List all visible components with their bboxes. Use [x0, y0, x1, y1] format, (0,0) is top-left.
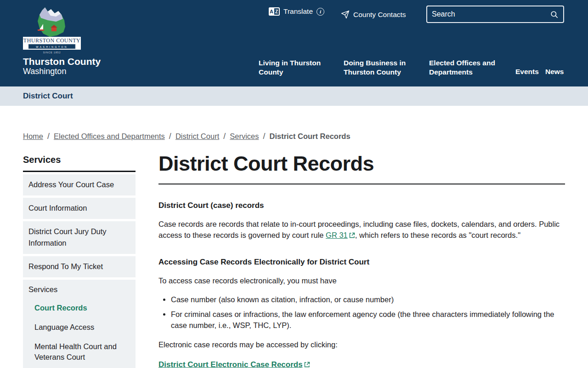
search-box: [426, 6, 564, 23]
breadcrumb-separator: /: [169, 132, 171, 141]
svg-text:THURSTON COUNTY: THURSTON COUNTY: [23, 37, 80, 44]
breadcrumb-home[interactable]: Home: [23, 132, 43, 141]
sidebar-item-services[interactable]: Services: [28, 285, 130, 294]
sidebar-sublist: Court Records Language Access Mental Hea…: [28, 303, 130, 368]
county-contacts-label: County Contacts: [353, 11, 406, 19]
section-heading-accessing: Accessing Case Records Electronically fo…: [158, 258, 565, 267]
section-heading-case-records: District Court (case) records: [158, 201, 565, 210]
department-title[interactable]: District Court: [23, 92, 73, 101]
sidebar-services: Services Address Your Court Case Court I…: [23, 155, 136, 368]
gr31-link[interactable]: GR 31: [326, 231, 348, 239]
breadcrumb-separator: /: [47, 132, 50, 141]
nav-item-events[interactable]: Events: [515, 67, 539, 76]
sidebar-subitem-mental-health-veterans-court[interactable]: Mental Health Court and Veterans Court: [34, 341, 130, 362]
list-item-agency-code: For criminal cases or infractions, the l…: [171, 309, 565, 331]
sidebar-list: Address Your Court Case Court Informatio…: [23, 174, 136, 368]
title-divider: [158, 184, 565, 184]
sidebar-item-court-information[interactable]: Court Information: [23, 198, 136, 219]
translate-icon-a: A: [269, 7, 274, 16]
search-input[interactable]: [432, 10, 550, 18]
cta-label: District Court Electronic Case Records: [158, 360, 303, 368]
page-title: District Court Records: [158, 152, 565, 176]
main-content: District Court Records District Court (c…: [158, 152, 565, 368]
breadcrumb-current: District Court Records: [270, 132, 351, 141]
nav-item-business[interactable]: Doing Business in Thurston County: [344, 58, 410, 76]
sidebar-subitem-court-records[interactable]: Court Records: [34, 303, 130, 313]
paragraph-case-records: Case records are records that relate to …: [158, 219, 565, 241]
site-header: THURSTON COUNTY WASHINGTON SINCE 1852 Th…: [0, 0, 588, 86]
paragraph-access-intro: To access case records electronically, y…: [158, 276, 565, 287]
translate-icon: A Z: [269, 7, 280, 16]
brand-name-line2: Washington: [23, 67, 101, 76]
paragraph-text: , which refers to these records as "cour…: [355, 231, 520, 239]
brand-name-line1: Thurston County: [23, 56, 101, 67]
nav-item-elected-offices[interactable]: Elected Offices and Departments: [429, 58, 503, 76]
sidebar-item-address-your-court-case[interactable]: Address Your Court Case: [23, 174, 136, 196]
external-link-icon: [304, 361, 310, 368]
utility-bar: A Z Translate i County Contacts: [0, 6, 588, 24]
translate-label: Translate: [283, 7, 313, 16]
nav-item-living[interactable]: Living in Thurston County: [259, 58, 323, 76]
breadcrumb-elected-offices[interactable]: Elected Offices and Departments: [54, 132, 165, 141]
list-item-case-number: Case number (also known as citation, inf…: [171, 294, 565, 305]
translate-icon-z: Z: [274, 7, 280, 16]
send-icon: [341, 10, 350, 19]
info-icon[interactable]: i: [317, 8, 324, 16]
page: THURSTON COUNTY WASHINGTON SINCE 1852 Th…: [0, 0, 588, 368]
nav-item-news[interactable]: News: [545, 67, 564, 76]
svg-text:WASHINGTON: WASHINGTON: [36, 46, 68, 48]
breadcrumb: Home / Elected Offices and Departments /…: [23, 132, 351, 141]
electronic-case-records-link[interactable]: District Court Electronic Case Records: [158, 360, 310, 368]
breadcrumb-separator: /: [263, 132, 266, 141]
external-link-icon: [349, 230, 355, 242]
requirements-list: Case number (also known as citation, inf…: [158, 294, 565, 331]
breadcrumb-separator: /: [223, 132, 226, 141]
sidebar-item-respond-to-my-ticket[interactable]: Respond To My Ticket: [23, 256, 136, 277]
site-brand-name[interactable]: Thurston County Washington: [23, 56, 101, 76]
info-icon-glyph: i: [320, 9, 321, 14]
search-icon[interactable]: [550, 10, 559, 19]
sidebar-subitem-language-access[interactable]: Language Access: [34, 322, 130, 333]
translate-button[interactable]: A Z Translate i: [269, 7, 324, 16]
county-contacts-link[interactable]: County Contacts: [341, 10, 406, 19]
svg-text:SINCE 1852: SINCE 1852: [43, 51, 61, 54]
sidebar-item-jury-duty-information[interactable]: District Court Jury Duty Information: [23, 221, 136, 254]
sidebar-heading: Services: [23, 155, 136, 172]
department-bar: District Court: [0, 86, 588, 106]
sidebar-group-services: Services Court Records Language Access M…: [23, 280, 136, 368]
breadcrumb-district-court[interactable]: District Court: [175, 132, 219, 141]
paragraph-accessed-by-clicking: Electronic case records may be accessed …: [158, 339, 565, 351]
breadcrumb-services[interactable]: Services: [230, 132, 259, 141]
